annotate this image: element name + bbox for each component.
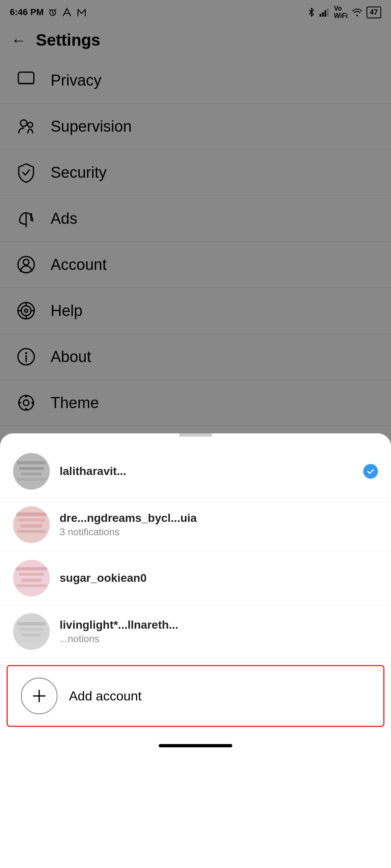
status-right: VoWiFi 47 xyxy=(307,5,381,20)
svg-rect-31 xyxy=(17,478,46,481)
about-label: About xyxy=(51,348,91,366)
bluetooth-icon xyxy=(307,7,316,18)
privacy-label: Privacy xyxy=(51,72,102,89)
account-row[interactable]: livinglight*...llnareth... ...notions xyxy=(0,605,391,658)
account-info: livinglight*...llnareth... ...notions xyxy=(60,618,378,645)
svg-point-6 xyxy=(20,120,27,126)
status-left: 6:46 PM xyxy=(10,7,87,18)
home-indicator xyxy=(0,733,391,758)
add-account-label: Add account xyxy=(69,689,142,704)
account-label: Account xyxy=(51,256,107,274)
svg-rect-4 xyxy=(327,8,329,17)
account-username: lalitharavit... xyxy=(60,465,363,478)
svg-rect-29 xyxy=(19,467,44,470)
security-icon xyxy=(13,159,39,186)
svg-point-19 xyxy=(25,352,27,354)
supervision-icon xyxy=(13,113,39,139)
about-icon xyxy=(13,344,39,370)
settings-item-security[interactable]: Security xyxy=(0,150,391,196)
battery-indicator: 47 xyxy=(367,7,381,18)
svg-rect-41 xyxy=(16,584,47,587)
page-title: Settings xyxy=(36,31,100,49)
account-username: livinglight*...llnareth... xyxy=(60,618,378,632)
account-row[interactable]: dre...ngdreams_bycl...uia 3 notification… xyxy=(0,498,391,552)
supervision-label: Supervision xyxy=(51,118,132,135)
account-info: sugar_ookiean0 xyxy=(60,572,378,585)
navigation-m-icon xyxy=(76,7,87,18)
svg-rect-38 xyxy=(16,567,47,570)
status-bar: 6:46 PM VoWiFi xyxy=(0,0,391,23)
settings-item-about[interactable]: About xyxy=(0,334,391,380)
svg-point-37 xyxy=(13,560,50,596)
settings-item-account[interactable]: Account xyxy=(0,242,391,288)
wifi-icon xyxy=(351,7,363,17)
svg-rect-2 xyxy=(322,12,324,17)
account-icon xyxy=(13,252,39,278)
active-account-indicator xyxy=(363,464,378,479)
svg-point-26 xyxy=(23,400,29,406)
svg-point-22 xyxy=(25,395,27,398)
account-row[interactable]: lalitharavit... xyxy=(0,445,391,498)
svg-rect-46 xyxy=(18,639,45,642)
avatar xyxy=(13,453,50,490)
avatar xyxy=(13,560,50,596)
svg-point-23 xyxy=(25,408,27,411)
settings-item-supervision[interactable]: Supervision xyxy=(0,104,391,150)
svg-rect-44 xyxy=(20,628,43,631)
svg-rect-30 xyxy=(21,473,42,475)
svg-point-21 xyxy=(19,395,33,410)
svg-point-25 xyxy=(31,402,34,404)
svg-rect-36 xyxy=(17,530,46,533)
account-info: dre...ngdreams_bycl...uia 3 notification… xyxy=(60,512,378,538)
svg-point-7 xyxy=(28,122,33,127)
account-sub: 3 notifications xyxy=(60,526,378,538)
svg-point-24 xyxy=(18,402,21,404)
svg-rect-3 xyxy=(324,10,326,17)
svg-rect-43 xyxy=(17,622,46,625)
alarm-icon xyxy=(48,7,58,17)
svg-rect-1 xyxy=(320,14,321,17)
svg-rect-45 xyxy=(22,634,41,636)
privacy-icon xyxy=(13,67,39,93)
home-bar xyxy=(159,744,232,747)
settings-item-ads[interactable]: Ads xyxy=(0,196,391,242)
svg-rect-28 xyxy=(17,461,46,464)
svg-point-27 xyxy=(13,453,50,490)
settings-item-theme[interactable]: Theme xyxy=(0,380,391,426)
svg-rect-34 xyxy=(18,519,45,521)
add-account-icon xyxy=(21,678,58,714)
account-info: lalitharavit... xyxy=(60,465,363,478)
settings-menu: Privacy Supervision Security xyxy=(0,57,391,426)
help-label: Help xyxy=(51,302,82,320)
svg-point-10 xyxy=(23,259,29,265)
svg-rect-39 xyxy=(19,573,44,576)
settings-item-help[interactable]: Help xyxy=(0,288,391,334)
bottom-sheet: lalitharavit... dre...ngdreams_bycl...ui… xyxy=(0,433,391,868)
add-account-button[interactable]: Add account xyxy=(7,665,384,727)
svg-point-42 xyxy=(13,613,50,650)
svg-rect-35 xyxy=(20,524,42,528)
avatar xyxy=(13,506,50,543)
account-username: dre...ngdreams_bycl...uia xyxy=(60,512,378,525)
svg-point-13 xyxy=(24,309,28,312)
svg-rect-5 xyxy=(18,72,34,84)
theme-icon xyxy=(13,390,39,416)
svg-rect-33 xyxy=(16,512,47,516)
back-button[interactable]: ← xyxy=(11,32,26,49)
ads-icon xyxy=(13,205,39,232)
help-icon xyxy=(13,298,39,324)
settings-item-privacy[interactable]: Privacy xyxy=(0,57,391,104)
vowifi-label: VoWiFi xyxy=(334,5,348,20)
svg-rect-40 xyxy=(21,579,42,582)
signal-icon xyxy=(319,7,331,17)
account-row[interactable]: sugar_ookiean0 xyxy=(0,552,391,605)
settings-header: ← Settings xyxy=(0,23,391,57)
account-username: sugar_ookiean0 xyxy=(60,572,378,585)
avatar xyxy=(13,613,50,650)
ads-label: Ads xyxy=(51,210,77,227)
account-sub: ...notions xyxy=(60,633,378,645)
security-label: Security xyxy=(51,164,107,181)
time-display: 6:46 PM xyxy=(10,7,44,18)
svg-point-12 xyxy=(21,306,31,316)
theme-label: Theme xyxy=(51,394,99,412)
